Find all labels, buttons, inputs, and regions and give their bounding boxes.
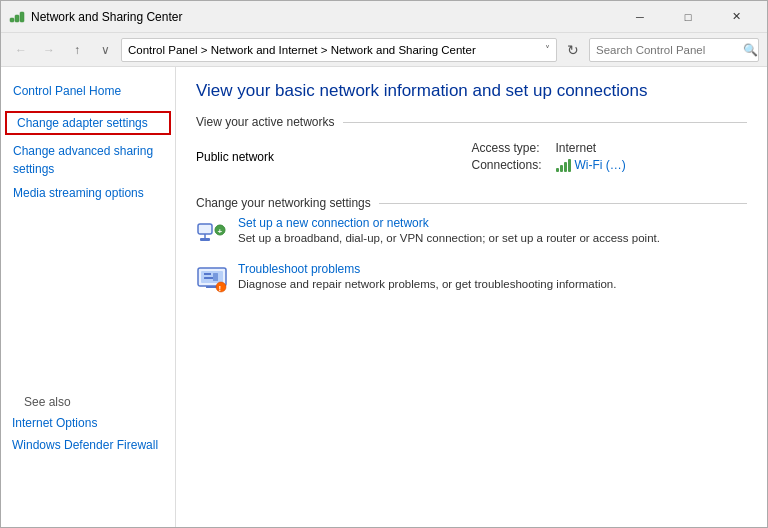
connection-desc: Set up a broadband, dial-up, or VPN conn…	[238, 232, 747, 244]
search-box[interactable]: 🔍	[589, 38, 759, 62]
settings-item-1-text: Set up a new connection or network Set u…	[238, 216, 747, 244]
address-bar: ← → ↑ ∨ Control Panel > Network and Inte…	[1, 33, 767, 67]
wifi-bar-1	[556, 168, 559, 172]
troubleshoot-link[interactable]: Troubleshoot problems	[238, 262, 360, 276]
wifi-icon-container	[556, 158, 571, 172]
wifi-bar-3	[564, 162, 567, 172]
sidebar-item-media-streaming[interactable]: Media streaming options	[1, 181, 175, 205]
content-area: View your basic network information and …	[176, 67, 767, 527]
title-bar: Network and Sharing Center ─ □ ✕	[1, 1, 767, 33]
forward-button[interactable]: →	[37, 38, 61, 62]
settings-item-2-text: Troubleshoot problems Diagnose and repai…	[238, 262, 747, 290]
settings-section: + Set up a new connection or network Set…	[196, 216, 747, 294]
main-content: Control Panel Home Change adapter settin…	[1, 67, 767, 527]
network-table: Public network Access type: Internet Con…	[196, 135, 747, 178]
sidebar-item-change-adapter[interactable]: Change adapter settings	[5, 111, 171, 135]
network-name: Public network	[196, 144, 472, 170]
recent-button[interactable]: ∨	[93, 38, 117, 62]
svg-rect-12	[204, 273, 211, 275]
main-window: Network and Sharing Center ─ □ ✕ ← → ↑ ∨…	[0, 0, 768, 528]
window-controls: ─ □ ✕	[617, 1, 759, 33]
change-settings-header: Change your networking settings	[196, 196, 747, 210]
restore-button[interactable]: □	[665, 1, 711, 33]
sidebar-item-advanced-sharing[interactable]: Change advanced sharing settings	[1, 139, 175, 181]
wifi-bars-icon	[556, 158, 571, 172]
search-input[interactable]	[596, 44, 743, 56]
troubleshoot-icon: !	[196, 262, 228, 294]
access-type-label: Access type:	[472, 141, 552, 155]
troubleshoot-desc: Diagnose and repair network problems, or…	[238, 278, 747, 290]
connection-link[interactable]: Set up a new connection or network	[238, 216, 429, 230]
network-info: Access type: Internet Connections:	[472, 135, 748, 178]
access-type-value: Internet	[556, 141, 597, 155]
sidebar-item-firewall[interactable]: Windows Defender Firewall	[12, 434, 163, 456]
refresh-button[interactable]: ↻	[561, 38, 585, 62]
connections-label: Connections:	[472, 158, 552, 172]
app-icon	[9, 9, 25, 25]
sidebar-item-home[interactable]: Control Panel Home	[1, 79, 175, 103]
wifi-link[interactable]: Wi-Fi (…)	[575, 158, 626, 172]
back-button[interactable]: ←	[9, 38, 33, 62]
search-icon: 🔍	[743, 43, 758, 57]
svg-rect-3	[198, 224, 212, 234]
minimize-button[interactable]: ─	[617, 1, 663, 33]
settings-item-2: ! Troubleshoot problems Diagnose and rep…	[196, 262, 747, 294]
close-button[interactable]: ✕	[713, 1, 759, 33]
svg-rect-5	[200, 238, 210, 241]
title-bar-text: Network and Sharing Center	[31, 10, 617, 24]
page-title: View your basic network information and …	[196, 81, 747, 101]
active-networks-header: View your active networks	[196, 115, 747, 129]
connection-icon: +	[196, 216, 228, 248]
sidebar: Control Panel Home Change adapter settin…	[1, 67, 176, 527]
up-button[interactable]: ↑	[65, 38, 89, 62]
see-also-label: See also	[12, 392, 163, 412]
settings-item-1: + Set up a new connection or network Set…	[196, 216, 747, 248]
svg-rect-0	[10, 18, 14, 22]
svg-rect-1	[15, 15, 19, 22]
address-dropdown-arrow: ˅	[545, 44, 550, 55]
connections-row: Connections: Wi-Fi (…)	[472, 158, 748, 172]
address-path[interactable]: Control Panel > Network and Internet > N…	[121, 38, 557, 62]
svg-rect-13	[213, 273, 218, 281]
svg-text:+: +	[218, 227, 223, 236]
address-path-text: Control Panel > Network and Internet > N…	[128, 44, 541, 56]
access-type-row: Access type: Internet	[472, 141, 748, 155]
network-row: Public network Access type: Internet Con…	[196, 135, 747, 178]
svg-text:!: !	[219, 284, 222, 293]
wifi-bar-2	[560, 165, 563, 172]
svg-rect-2	[20, 12, 24, 22]
sidebar-item-internet-options[interactable]: Internet Options	[12, 412, 163, 434]
wifi-bar-4	[568, 159, 571, 172]
